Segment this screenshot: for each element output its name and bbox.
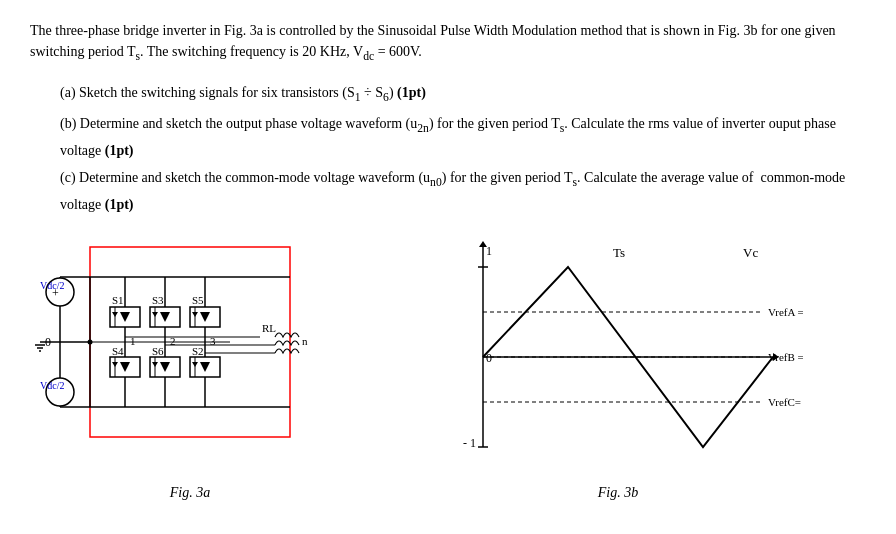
svg-marker-60 (152, 362, 158, 367)
svg-marker-64 (200, 362, 210, 372)
fig3b-container: 1 0 - 1 Ts Vc VrefA = 0.5 VrefB = 0 Vref… (370, 237, 866, 501)
questions-section: (a) Sketch the switching signals for six… (60, 81, 866, 216)
svg-text:Ts: Ts (613, 245, 625, 260)
svg-text:S2: S2 (192, 345, 204, 357)
svg-text:VrefA = 0.5: VrefA = 0.5 (768, 306, 803, 318)
svg-text:S6: S6 (152, 345, 164, 357)
svg-text:S1: S1 (112, 294, 124, 306)
svg-text:+: + (52, 286, 59, 300)
svg-marker-39 (200, 312, 210, 322)
intro-paragraph: The three-phase bridge inverter in Fig. … (30, 20, 866, 65)
svg-text:RL: RL (262, 322, 276, 334)
svg-text:VrefC= -0.5: VrefC= -0.5 (768, 396, 803, 408)
svg-marker-67 (192, 362, 198, 367)
svg-text:S5: S5 (192, 294, 204, 306)
svg-text:S4: S4 (112, 345, 124, 357)
fig3b-label: Fig. 3b (598, 485, 638, 501)
figures-row: Vdc/2 + 0 Vdc/2 (30, 237, 866, 501)
fig3b-svg: 1 0 - 1 Ts Vc VrefA = 0.5 VrefB = 0 Vref… (433, 237, 803, 477)
svg-marker-25 (120, 312, 130, 322)
svg-marker-50 (120, 362, 130, 372)
svg-marker-32 (160, 312, 170, 322)
svg-text:Vdc/2: Vdc/2 (40, 380, 64, 391)
fig3a-label: Fig. 3a (170, 485, 210, 501)
svg-text:Vc: Vc (743, 245, 758, 260)
svg-marker-53 (112, 362, 118, 367)
svg-text:- 1: - 1 (463, 436, 476, 450)
question-c: (c) Determine and sketch the common-mode… (60, 166, 866, 216)
fig3a-container: Vdc/2 + 0 Vdc/2 (30, 237, 350, 501)
svg-text:VrefB = 0: VrefB = 0 (768, 351, 803, 363)
svg-marker-57 (160, 362, 170, 372)
svg-text:S3: S3 (152, 294, 164, 306)
svg-marker-42 (192, 312, 198, 317)
svg-text:1: 1 (486, 244, 492, 258)
svg-marker-35 (152, 312, 158, 317)
question-b: (b) Determine and sketch the output phas… (60, 112, 866, 162)
question-a: (a) Sketch the switching signals for six… (60, 81, 866, 108)
svg-text:n: n (302, 335, 308, 347)
fig3a-svg: Vdc/2 + 0 Vdc/2 (30, 237, 350, 477)
svg-marker-28 (112, 312, 118, 317)
